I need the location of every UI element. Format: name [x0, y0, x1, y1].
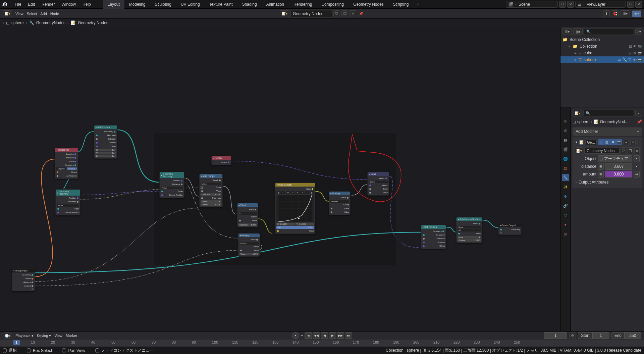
eye-icon[interactable]: 👁	[633, 51, 637, 55]
workspace-tab[interactable]: Scripting	[388, 0, 414, 9]
dropdown-icon[interactable]: ▾	[624, 140, 629, 145]
modifier-visibility-toggles[interactable]: ◇ ▤ 🖥 📷	[598, 139, 622, 145]
play-icon[interactable]: ▶	[329, 332, 336, 339]
header-node[interactable]: Node	[50, 12, 59, 16]
options-icon[interactable]: ▾	[635, 110, 642, 116]
tab-object[interactable]: ◻	[562, 164, 569, 172]
auto-key-toggle[interactable]: ●	[292, 332, 299, 339]
tab-view-layer[interactable]: ▤	[562, 136, 569, 144]
clear-icon[interactable]: ✕	[634, 155, 640, 162]
workspace-tab[interactable]: Shading	[237, 0, 262, 9]
workspace-tab[interactable]: Modeling	[124, 0, 150, 9]
end-frame[interactable]: End250	[611, 332, 641, 339]
tab-texture[interactable]: ◎	[562, 230, 569, 238]
playhead[interactable]: 1	[13, 340, 20, 345]
jump-end-icon[interactable]: ⏭	[345, 332, 352, 339]
driver-icon[interactable]: ⇄	[634, 171, 640, 178]
node-normal[interactable]: ▾Normal Normal	[211, 156, 231, 165]
delete-layer-icon[interactable]: ✕	[635, 1, 642, 8]
breadcrumb-tree[interactable]: Geometry Nodes	[78, 20, 108, 25]
header-add[interactable]: Add	[40, 12, 47, 16]
modifier-name[interactable]: Ge...	[585, 140, 597, 145]
parent-tree-icon[interactable]: ⬆	[603, 10, 610, 17]
menu-help[interactable]: Help	[80, 1, 94, 8]
start-frame[interactable]: Start1	[578, 332, 609, 339]
props-type-icon[interactable]: 📝▾	[573, 110, 582, 116]
scene-name-input[interactable]	[519, 2, 555, 7]
new-scene-icon[interactable]: ❐	[559, 1, 566, 8]
tab-output[interactable]: 🖨	[562, 127, 569, 134]
unlink-icon[interactable]: ✕	[350, 10, 356, 17]
outliner-search[interactable]: 🔍	[584, 28, 634, 35]
node-editor[interactable]: ▾Group Input Geometry Object distance am…	[0, 27, 560, 331]
node-group-input[interactable]: ▾Group Input Geometry Object distance am…	[12, 268, 35, 291]
blender-logo-icon[interactable]	[0, 0, 9, 9]
tab-particles[interactable]: ✨	[562, 183, 569, 191]
header-view[interactable]: View	[15, 12, 23, 16]
checkbox-icon[interactable]: ☑	[629, 45, 632, 48]
tab-scene[interactable]: 🎬	[562, 146, 569, 153]
node-multiply[interactable]: ▾Multiply Value Multiply Clamp Value Val…	[238, 233, 260, 257]
node-set-position[interactable]: ▾Set Position Geometry Geometry Selectio…	[94, 125, 117, 159]
stepper-icon[interactable]: ⊞	[598, 163, 604, 170]
add-workspace-icon[interactable]: +	[414, 0, 423, 9]
disclosure-triangle-icon[interactable]: ▶	[575, 52, 577, 55]
new-layer-icon[interactable]: ❐	[627, 1, 634, 8]
timeline-type-icon[interactable]: 🕐▾	[3, 332, 12, 339]
unlink-icon[interactable]: ✕	[634, 147, 640, 154]
filter-icon[interactable]: ▽▾	[635, 28, 642, 35]
menu-edit[interactable]: Edit	[25, 1, 38, 8]
props-search[interactable]: 🔍	[583, 110, 634, 116]
prev-key-icon[interactable]: ◀◀	[313, 332, 320, 339]
props-search-input[interactable]	[590, 111, 632, 115]
shield-icon[interactable]: 🛡	[333, 10, 340, 17]
play-reverse-icon[interactable]: ◀	[321, 332, 328, 339]
node-subdivision-surface[interactable]: ▾Subdivision Surface Mesh None All Mesh …	[456, 217, 482, 243]
disclosure-triangle-icon[interactable]: ▼	[575, 141, 578, 144]
stepper-icon[interactable]: ⊞	[598, 171, 604, 178]
output-attributes-section[interactable]: ›Output Attributes	[575, 179, 640, 186]
pin-icon[interactable]: 📌	[358, 10, 364, 17]
keyframe-dot-icon[interactable]: •	[634, 163, 640, 170]
tab-physics[interactable]: ⊙	[562, 193, 569, 200]
tab-material[interactable]: ●	[562, 221, 569, 228]
drag-handle-icon[interactable]: ⠿	[637, 140, 640, 145]
nodetree-selector[interactable]: 📝▾	[575, 147, 583, 154]
distance-value[interactable]: 0.607	[605, 163, 632, 170]
pin-icon[interactable]: 📌	[637, 119, 642, 124]
node-tree-name[interactable]	[290, 10, 332, 17]
view-menu[interactable]: View	[54, 334, 62, 338]
outliner-item-sphere[interactable]: ▶ ▽ sphere ⇄ 🔧 ▽ 👁📷	[560, 56, 644, 63]
disclosure-triangle-icon[interactable]: ▶	[575, 58, 577, 61]
tab-modifier[interactable]: 🔧	[562, 174, 569, 181]
toggle-realtime-icon[interactable]: 🖥	[610, 139, 616, 145]
toggle-cage-icon[interactable]: ◇	[598, 139, 604, 145]
next-key-icon[interactable]: ▶▶	[337, 332, 344, 339]
object-value[interactable]: ◻アーマチュア	[598, 155, 632, 162]
node-tree-input[interactable]	[293, 11, 330, 16]
jump-start-icon[interactable]: ⏮	[305, 332, 312, 339]
stopwatch-icon[interactable]: ⏱	[569, 332, 576, 339]
outliner-type-icon[interactable]: ☰▾	[562, 28, 572, 35]
menu-window[interactable]: Window	[59, 1, 78, 8]
editor-type-selector[interactable]: 📝▾	[3, 10, 12, 17]
header-select[interactable]: Select	[27, 12, 37, 16]
workspace-tab[interactable]: Sculpting	[150, 0, 176, 9]
shield-icon[interactable]: 🛡	[621, 147, 626, 154]
breadcrumb-modifier[interactable]: GeometryNodes	[36, 20, 65, 25]
eye-icon[interactable]: 👁	[633, 45, 637, 48]
outliner-item-cube[interactable]: ▶ ▽ cube ▽ 👁📷	[560, 50, 644, 56]
node-geometry-proximity[interactable]: ▾Geometry Proximity Position Distance Fa…	[55, 189, 80, 215]
tab-render[interactable]: ⎚	[562, 117, 569, 125]
keying-menu[interactable]: Keying ▾	[37, 334, 51, 338]
snap-icon[interactable]: 🧲	[612, 10, 619, 17]
node-geometry-proximity[interactable]: ▾Geometry Proximity Position Distance Fa…	[159, 172, 184, 198]
node-set-position[interactable]: ▾Set Position Geometry Geometry Selectio…	[421, 225, 446, 249]
tab-world[interactable]: 🌐	[562, 155, 569, 162]
amount-value[interactable]: 0.000	[605, 171, 632, 178]
eye-icon[interactable]: 👁	[633, 58, 637, 62]
node-map-range[interactable]: ▾Map Range Result Linear Clamp Value Fro…	[199, 174, 223, 207]
workspace-tab[interactable]: Geometry Nodes	[348, 0, 388, 9]
node-multiply[interactable]: ▾Multiply Value Multiply Clamp Value Val…	[329, 191, 351, 215]
menu-render[interactable]: Render	[39, 1, 57, 8]
